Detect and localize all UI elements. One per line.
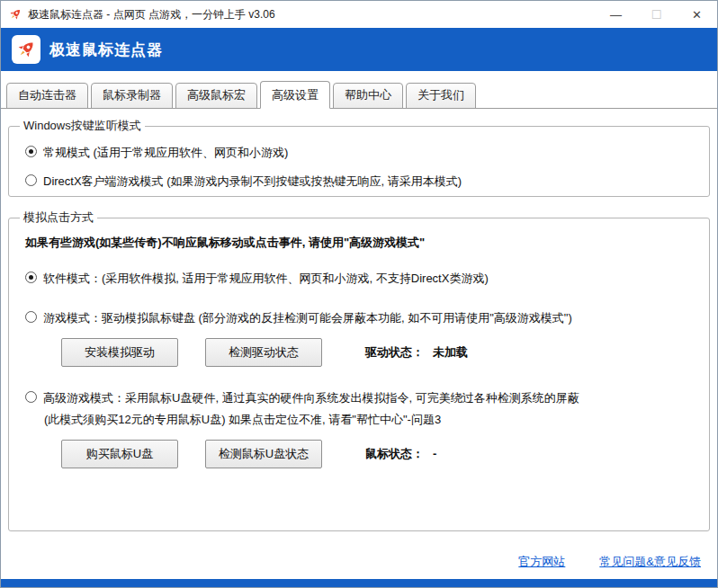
titlebar: 极速鼠标连点器 - 点网页 点游戏，一分钟上手 v3.06 — ☐ ✕	[1, 1, 717, 28]
driver-button-row: 安装模拟驱动 检测驱动状态 驱动状态：未加载	[61, 338, 700, 367]
radio-icon	[25, 391, 37, 403]
driver-status-label: 驱动状态：	[365, 345, 424, 359]
close-button[interactable]: ✕	[677, 1, 717, 28]
radio-normal-mode-label: 常规模式 (适用于常规应用软件、网页和小游戏)	[43, 145, 288, 161]
app-title: 极速鼠标连点器	[49, 40, 163, 60]
faq-feedback-link[interactable]: 常见问题&意见反馈	[599, 554, 701, 570]
tab-advanced-macro[interactable]: 高级鼠标宏	[175, 83, 257, 109]
radio-software-mode[interactable]: 软件模式：(采用软件模拟, 适用于常规应用软件、网页和小游戏, 不支持Direc…	[18, 271, 700, 287]
radio-usb-mode[interactable]: 高级游戏模式：采用鼠标U盘硬件, 通过真实的硬件向系统发出模拟指令, 可完美绕过…	[18, 390, 700, 428]
minimize-button[interactable]: —	[596, 1, 636, 28]
tab-about-us[interactable]: 关于我们	[406, 83, 476, 109]
usb-button-row: 购买鼠标U盘 检测鼠标U盘状态 鼠标状态：-	[61, 440, 700, 468]
mouse-status-label: 鼠标状态：	[365, 447, 424, 460]
tab-help-center[interactable]: 帮助中心	[333, 83, 403, 109]
app-window: 极速鼠标连点器 - 点网页 点游戏，一分钟上手 v3.06 — ☐ ✕ 极速鼠标…	[0, 0, 718, 588]
settings-panel: Windows按键监听模式 常规模式 (适用于常规应用软件、网页和小游戏) Di…	[1, 109, 717, 579]
official-site-link[interactable]: 官方网站	[518, 554, 565, 570]
listen-mode-group-title: Windows按键监听模式	[20, 118, 145, 134]
tab-bar: 自动连击器 鼠标录制器 高级鼠标宏 高级设置 帮助中心 关于我们	[1, 71, 717, 109]
tab-mouse-recorder[interactable]: 鼠标录制器	[91, 83, 173, 109]
check-driver-button[interactable]: 检测驱动状态	[205, 338, 322, 367]
app-icon	[8, 7, 22, 22]
radio-icon	[25, 272, 37, 283]
radio-directx-mode-label: DirectX客户端游戏模式 (如果游戏内录制不到按键或按热键无响应, 请采用本…	[43, 174, 462, 190]
tab-advanced-settings[interactable]: 高级设置	[260, 81, 330, 109]
radio-icon	[25, 174, 37, 186]
app-header: 极速鼠标连点器	[1, 28, 717, 71]
radio-normal-mode[interactable]: 常规模式 (适用于常规应用软件、网页和小游戏)	[18, 145, 700, 161]
footer-links: 官方网站 常见问题&意见反馈	[504, 554, 715, 579]
tab-auto-clicker[interactable]: 自动连击器	[6, 83, 88, 109]
window-controls: — ☐ ✕	[596, 1, 717, 28]
bottom-accent-strip	[1, 579, 717, 587]
click-mode-group-title: 模拟点击方式	[20, 209, 97, 226]
usb-mode-label-line2: (此模式须购买12元的专用鼠标U盘) 如果点击定位不准, 请看"帮忙中心"-问题…	[43, 412, 579, 428]
radio-usb-mode-label: 高级游戏模式：采用鼠标U盘硬件, 通过真实的硬件向系统发出模拟指令, 可完美绕过…	[43, 390, 579, 428]
radio-directx-mode[interactable]: DirectX客户端游戏模式 (如果游戏内录制不到按键或按热键无响应, 请采用本…	[18, 174, 700, 190]
radio-software-mode-label: 软件模式：(采用软件模拟, 适用于常规应用软件、网页和小游戏, 不支持Direc…	[43, 271, 489, 287]
usb-mode-label-line1: 高级游戏模式：采用鼠标U盘硬件, 通过真实的硬件向系统发出模拟指令, 可完美绕过…	[43, 391, 579, 405]
radio-driver-mode-label: 游戏模式：驱动模拟鼠标键盘 (部分游戏的反挂检测可能会屏蔽本功能, 如不可用请使…	[43, 310, 572, 326]
listen-mode-group: Windows按键监听模式 常规模式 (适用于常规应用软件、网页和小游戏) Di…	[8, 118, 710, 197]
mouse-status-value: -	[433, 447, 436, 460]
radio-icon	[25, 146, 37, 157]
driver-status: 驱动状态：未加载	[365, 344, 468, 361]
maximize-button[interactable]: ☐	[636, 1, 677, 28]
window-title: 极速鼠标连点器 - 点网页 点游戏，一分钟上手 v3.06	[28, 7, 275, 22]
radio-driver-mode[interactable]: 游戏模式：驱动模拟鼠标键盘 (部分游戏的反挂检测可能会屏蔽本功能, 如不可用请使…	[18, 310, 700, 326]
click-mode-group: 模拟点击方式 如果有些游戏(如某些传奇)不响应鼠标移动或点击事件, 请使用"高级…	[8, 209, 710, 531]
buy-mouse-usb-button[interactable]: 购买鼠标U盘	[61, 440, 178, 468]
check-mouse-usb-button[interactable]: 检测鼠标U盘状态	[205, 440, 322, 468]
driver-status-value: 未加载	[433, 345, 468, 359]
radio-icon	[25, 311, 37, 323]
rocket-logo-icon	[12, 35, 40, 64]
game-mode-hint: 如果有些游戏(如某些传奇)不响应鼠标移动或点击事件, 请使用"高级游戏模式"	[25, 235, 700, 251]
install-driver-button[interactable]: 安装模拟驱动	[61, 338, 178, 367]
mouse-status: 鼠标状态：-	[365, 446, 436, 462]
